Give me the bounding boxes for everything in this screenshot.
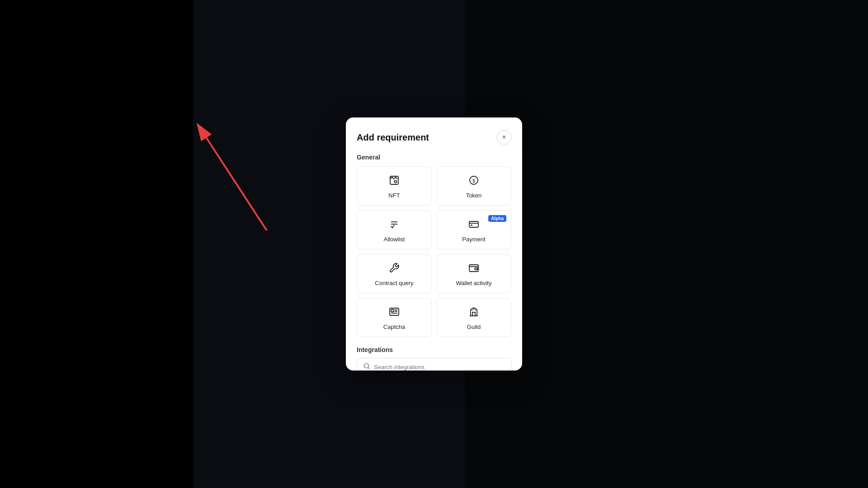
captcha-label: Captcha: [383, 324, 405, 330]
search-integrations-box[interactable]: [357, 358, 511, 371]
svg-text:$: $: [472, 178, 475, 183]
captcha-option[interactable]: Captcha: [357, 298, 432, 337]
search-icon: [363, 363, 370, 371]
svg-rect-9: [471, 225, 472, 226]
allowlist-label: Allowlist: [384, 236, 405, 243]
svg-rect-13: [391, 310, 394, 312]
general-grid: NFT $ Token Allowlist: [357, 166, 511, 337]
svg-point-3: [395, 181, 397, 183]
modal-title: Add requirement: [357, 132, 429, 143]
nft-label: NFT: [388, 192, 400, 199]
guild-icon: [468, 306, 479, 320]
svg-line-19: [368, 368, 370, 370]
contract-query-label: Contract query: [375, 280, 413, 286]
close-button[interactable]: ×: [497, 130, 511, 145]
token-icon: $: [468, 175, 479, 188]
guild-label: Guild: [467, 324, 481, 330]
search-integrations-input[interactable]: [374, 364, 505, 371]
payment-label: Payment: [462, 236, 485, 243]
svg-point-18: [364, 364, 369, 368]
add-requirement-modal: Add requirement × General NFT $: [346, 117, 522, 371]
wallet-activity-icon: [468, 263, 479, 276]
allowlist-icon: [389, 219, 400, 232]
nft-option[interactable]: NFT: [357, 166, 432, 206]
captcha-icon: [389, 306, 400, 320]
svg-rect-8: [469, 221, 478, 227]
nft-icon: [389, 175, 400, 188]
svg-rect-17: [472, 312, 475, 316]
general-section-label: General: [357, 154, 511, 161]
alpha-badge: Alpha: [488, 215, 506, 222]
payment-icon: [468, 219, 479, 232]
integrations-section-label: Integrations: [357, 346, 511, 353]
payment-option[interactable]: Alpha Payment: [436, 210, 511, 249]
wallet-activity-option[interactable]: Wallet activity: [436, 254, 511, 293]
token-label: Token: [466, 192, 482, 199]
contract-query-icon: [389, 263, 400, 276]
allowlist-option[interactable]: Allowlist: [357, 210, 432, 249]
wallet-activity-label: Wallet activity: [456, 280, 492, 286]
modal-header: Add requirement ×: [357, 130, 511, 145]
guild-option[interactable]: Guild: [436, 298, 511, 337]
token-option[interactable]: $ Token: [436, 166, 511, 206]
contract-query-option[interactable]: Contract query: [357, 254, 432, 293]
